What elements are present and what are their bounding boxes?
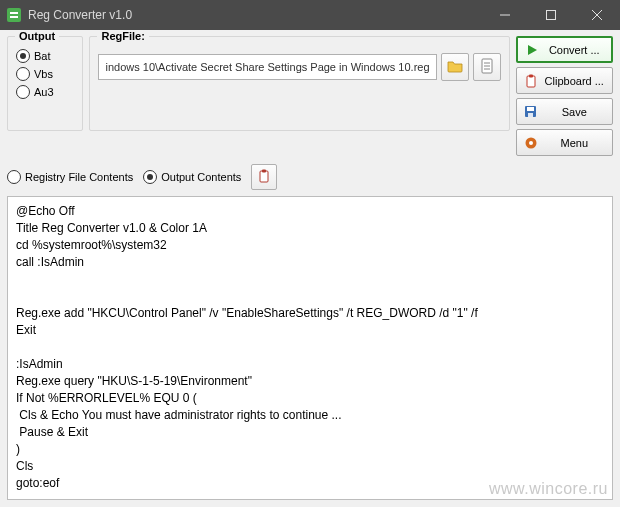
view-mode-row: Registry File Contents Output Contents	[7, 164, 613, 190]
play-icon	[524, 44, 540, 56]
side-button-column: Convert ... Clipboard ... Save Menu	[516, 36, 613, 156]
maximize-button[interactable]	[528, 0, 574, 30]
minimize-button[interactable]	[482, 0, 528, 30]
svg-rect-2	[10, 16, 18, 18]
button-label: Save	[543, 106, 606, 118]
radio-icon	[143, 170, 157, 184]
folder-icon	[447, 59, 463, 76]
svg-marker-11	[528, 45, 537, 55]
svg-rect-20	[262, 170, 266, 173]
svg-rect-12	[527, 76, 535, 87]
svg-rect-4	[547, 11, 556, 20]
radio-icon	[16, 67, 30, 81]
output-group: Output Bat Vbs Au3	[7, 36, 83, 131]
button-label: Convert ...	[544, 44, 605, 56]
window-title: Reg Converter v1.0	[28, 8, 132, 22]
mode-label: Registry File Contents	[25, 171, 133, 183]
regfile-path-input[interactable]: indows 10\Activate Secret Share Settings…	[98, 54, 436, 80]
regfile-group-label: RegFile:	[97, 30, 148, 42]
document-icon	[480, 58, 494, 77]
svg-rect-13	[529, 74, 533, 77]
button-label: Clipboard ...	[543, 75, 606, 87]
mode-registry-contents[interactable]: Registry File Contents	[7, 170, 133, 184]
radio-label: Au3	[34, 86, 54, 98]
copy-output-button[interactable]	[251, 164, 277, 190]
convert-button[interactable]: Convert ...	[516, 36, 613, 63]
close-button[interactable]	[574, 0, 620, 30]
radio-label: Bat	[34, 50, 51, 62]
menu-button[interactable]: Menu	[516, 129, 613, 156]
titlebar: Reg Converter v1.0	[0, 0, 620, 30]
save-button[interactable]: Save	[516, 98, 613, 125]
clipboard-button[interactable]: Clipboard ...	[516, 67, 613, 94]
app-icon	[6, 7, 22, 23]
radio-icon	[7, 170, 21, 184]
radio-icon	[16, 85, 30, 99]
clipboard-icon	[258, 169, 270, 185]
gear-icon	[523, 136, 539, 150]
svg-rect-15	[527, 107, 534, 111]
svg-rect-1	[10, 12, 18, 14]
svg-rect-16	[528, 113, 533, 117]
browse-button[interactable]	[441, 53, 469, 81]
regfile-group: RegFile: indows 10\Activate Secret Share…	[89, 36, 509, 131]
clipboard-icon	[523, 74, 539, 88]
radio-label: Vbs	[34, 68, 53, 80]
output-contents-pane[interactable]: @Echo Off Title Reg Converter v1.0 & Col…	[7, 196, 613, 500]
svg-point-18	[529, 141, 533, 145]
button-label: Menu	[543, 137, 606, 149]
radio-icon	[16, 49, 30, 63]
clear-button[interactable]	[473, 53, 501, 81]
svg-rect-0	[7, 8, 21, 22]
output-radio-vbs[interactable]: Vbs	[16, 65, 74, 83]
svg-rect-19	[260, 171, 268, 182]
mode-label: Output Contents	[161, 171, 241, 183]
output-group-label: Output	[15, 30, 59, 42]
output-radio-au3[interactable]: Au3	[16, 83, 74, 101]
mode-output-contents[interactable]: Output Contents	[143, 170, 241, 184]
output-radio-bat[interactable]: Bat	[16, 47, 74, 65]
save-icon	[523, 105, 539, 118]
